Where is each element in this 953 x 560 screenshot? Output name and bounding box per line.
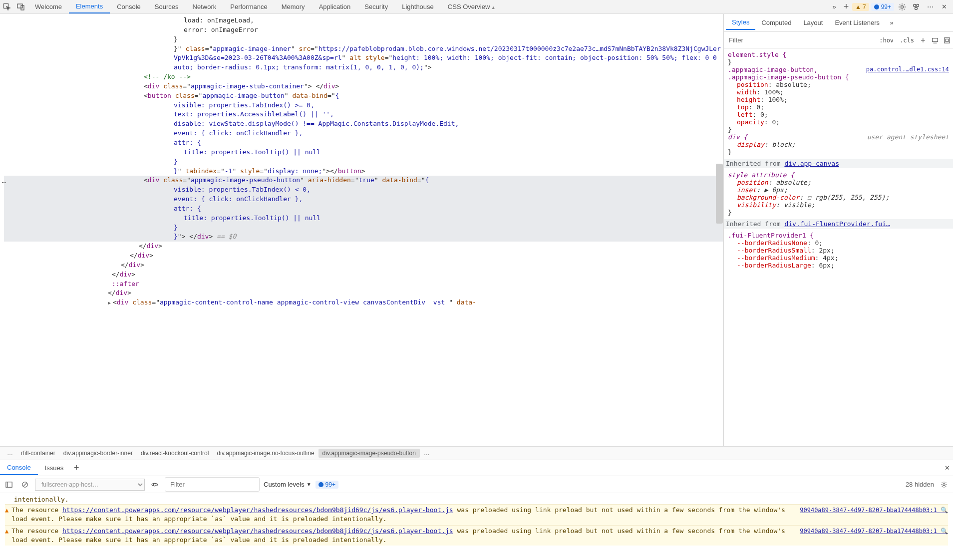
styles-tab-computed[interactable]: Computed — [755, 16, 797, 29]
hov-toggle[interactable]: :hov — [876, 35, 897, 45]
more-tabs-icon[interactable]: » — [828, 1, 840, 13]
dom-node[interactable]: <!-- /ko --> — [4, 72, 723, 82]
log-source-link[interactable]: 90940a89-3847-4d97-8207-bba174448b03:1 🔍 — [800, 506, 948, 514]
dom-node[interactable]: } — [4, 157, 723, 167]
elements-pane[interactable]: load: onImageLoad,error: onImageError}}"… — [0, 14, 723, 446]
warnings-badge[interactable]: ▲7 — [852, 3, 869, 11]
styles-body[interactable]: element.style {}.appmagic-image-button,.… — [724, 49, 953, 446]
breadcrumb-prefix[interactable]: … — [3, 449, 17, 458]
drawer-tab-console[interactable]: Console — [0, 461, 38, 475]
css-property[interactable]: position: absolute; — [728, 81, 949, 88]
console-filter-input[interactable] — [165, 477, 260, 492]
main-tab-security[interactable]: Security — [357, 0, 395, 13]
dom-node[interactable]: attr: { — [4, 204, 723, 214]
dom-node[interactable]: }" tabindex="-1" style="display: none;">… — [4, 167, 723, 176]
close-devtools-icon[interactable]: ✕ — [938, 1, 950, 13]
console-settings-icon[interactable] — [938, 479, 950, 491]
main-tab-network[interactable]: Network — [186, 0, 224, 13]
css-property[interactable]: opacity: 0; — [728, 118, 949, 126]
dom-node[interactable]: </div> — [4, 242, 723, 251]
breadcrumb-item[interactable]: div.appmagic-image.no-focus-outline — [213, 449, 318, 458]
dom-node[interactable]: </div> — [4, 261, 723, 270]
dom-node[interactable]: event: { click: onClickHandler }, — [4, 129, 723, 138]
dom-node[interactable]: } — [4, 35, 723, 44]
css-property[interactable]: --borderRadiusMedium: 4px; — [728, 254, 949, 262]
breadcrumb-item[interactable]: div.appmagic-border-inner — [59, 449, 137, 458]
dom-node[interactable]: }"> </div> == $0 — [4, 232, 723, 242]
dom-node[interactable]: attr: { — [4, 138, 723, 148]
console-body[interactable]: intentionally. ▲The resource https://con… — [0, 493, 953, 558]
main-tab-memory[interactable]: Memory — [275, 0, 312, 13]
live-expr-icon[interactable] — [149, 479, 161, 491]
dom-node[interactable]: disable: viewState.displayMode() !== App… — [4, 119, 723, 129]
dom-node[interactable]: visible: properties.TabIndex() < 0, — [4, 185, 723, 195]
css-property[interactable]: position: absolute; — [728, 179, 949, 186]
dom-node[interactable]: title: properties.Tooltip() || null — [4, 148, 723, 157]
log-url-link[interactable]: https://content.powerapps.com/resource/w… — [62, 527, 453, 535]
css-property[interactable]: display: block; — [728, 141, 949, 148]
main-tab-application[interactable]: Application — [312, 0, 358, 13]
inspect-icon[interactable] — [0, 0, 14, 14]
context-selector[interactable]: fullscreen-app-host… — [35, 479, 145, 491]
drawer-close-icon[interactable]: ✕ — [941, 462, 953, 474]
more-menu-icon[interactable]: ⋯ — [924, 1, 936, 13]
log-source-link[interactable]: 90940a89-3847-4d97-8207-bba174448b03:1 🔍 — [800, 527, 948, 535]
dom-breadcrumb[interactable]: … rfill-containerdiv.appmagic-border-inn… — [0, 446, 953, 460]
dom-node[interactable]: error: onImageError — [4, 25, 723, 35]
css-rule-selector[interactable]: .appmagic-image-button,.appmagic-image-p… — [728, 66, 949, 81]
css-property[interactable]: visibility: visible; — [728, 201, 949, 209]
issues-badge[interactable]: 99+ — [871, 3, 894, 11]
main-tab-performance[interactable]: Performance — [223, 0, 274, 13]
styles-tab-styles[interactable]: Styles — [726, 15, 755, 30]
styles-filter-input[interactable] — [724, 33, 876, 47]
console-warning-row[interactable]: ▲The resource https://content.powerapps.… — [5, 525, 948, 546]
styles-tab-event-listeners[interactable]: Event Listeners — [829, 16, 886, 29]
cls-toggle[interactable]: .cls — [897, 35, 917, 45]
dom-node[interactable]: <div class="appmagic-content-control-nam… — [4, 298, 723, 307]
css-rule-selector[interactable]: .fui-FluentProvider1 {</span> — [728, 232, 949, 239]
collapsed-indicator-icon[interactable]: ⋯ — [2, 179, 6, 186]
css-property[interactable]: width: 100%; — [728, 88, 949, 96]
css-property[interactable]: --borderRadiusSmall: 2px; — [728, 247, 949, 254]
css-property[interactable]: inset: ▶ 0px; — [728, 186, 949, 194]
console-issues-badge[interactable]: 99+ — [316, 481, 338, 489]
dom-node[interactable]: <div class="appmagic-image-stub-containe… — [4, 82, 723, 91]
clear-console-icon[interactable] — [19, 479, 31, 491]
computed-toggle-icon[interactable] — [941, 34, 953, 46]
css-property[interactable]: --borderRadiusNone: 0; — [728, 239, 949, 247]
breadcrumb-item[interactable]: div.react-knockout-control — [137, 449, 213, 458]
new-style-rule-icon[interactable]: + — [917, 34, 929, 46]
log-levels-dropdown[interactable]: Custom levels ▼ — [264, 481, 312, 488]
dom-node[interactable]: event: { click: onClickHandler }, — [4, 195, 723, 204]
breadcrumb-item[interactable]: rfill-container — [17, 449, 59, 458]
css-property[interactable]: background-color: ☐ rgb(255, 255, 255); — [728, 194, 949, 201]
main-tab-welcome[interactable]: Welcome — [28, 0, 69, 13]
settings-icon[interactable] — [896, 1, 908, 13]
css-rule-selector[interactable]: style attribute { — [728, 171, 949, 179]
main-tab-css-overview[interactable]: CSS Overview ▲ — [441, 0, 503, 13]
main-tab-elements[interactable]: Elements — [69, 0, 110, 13]
toggle-print-icon[interactable] — [929, 34, 941, 46]
customize-icon[interactable] — [910, 1, 922, 13]
css-property[interactable]: height: 100%; — [728, 96, 949, 103]
main-tab-sources[interactable]: Sources — [148, 0, 186, 13]
dom-node[interactable]: </div> — [4, 288, 723, 298]
dom-node[interactable]: }" class="appmagic-image-inner" src="htt… — [4, 44, 723, 73]
device-toggle-icon[interactable] — [14, 0, 28, 14]
css-property[interactable]: --borderRadiusLarge: 6px; — [728, 262, 949, 269]
console-warning-row[interactable]: ▲The resource https://content.powerapps.… — [5, 504, 948, 525]
dom-node[interactable]: <div class="appmagic-image-pseudo-button… — [4, 176, 723, 185]
css-source-link[interactable]: pa.control.…dle1.css:14 — [866, 66, 949, 81]
log-url-link[interactable]: https://content.powerapps.com/resource/w… — [62, 506, 453, 514]
dom-node[interactable]: ::after — [4, 280, 723, 289]
dom-node[interactable]: visible: properties.TabIndex() >= 0, — [4, 101, 723, 110]
drawer-add-tab-icon[interactable]: + — [70, 462, 82, 474]
dom-node[interactable]: load: onImageLoad, — [4, 16, 723, 25]
css-property[interactable]: top: 0; — [728, 103, 949, 111]
dom-node[interactable]: text: properties.AccessibleLabel() || ''… — [4, 110, 723, 119]
dom-node[interactable]: } — [4, 223, 723, 233]
dom-node[interactable]: </div> — [4, 270, 723, 280]
dom-node[interactable]: <button class="appmagic-image-button" da… — [4, 91, 723, 101]
dom-node[interactable]: </div> — [4, 251, 723, 261]
main-tab-console[interactable]: Console — [110, 0, 148, 13]
